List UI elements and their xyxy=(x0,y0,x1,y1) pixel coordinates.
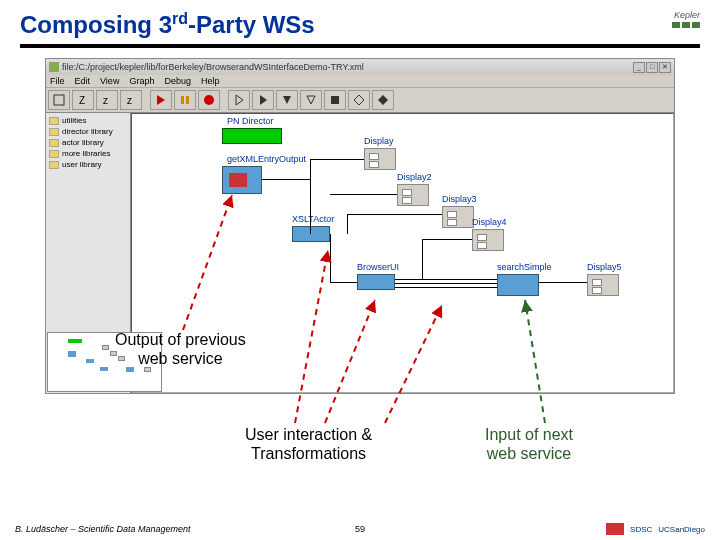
tb-btn-3[interactable] xyxy=(276,90,298,110)
sidebar-label: actor library xyxy=(62,138,104,147)
close-button[interactable]: ✕ xyxy=(659,62,671,73)
getxml-inner-icon xyxy=(229,173,247,187)
sidebar-item-user-library[interactable]: user library xyxy=(48,159,128,170)
menu-file[interactable]: File xyxy=(50,76,65,86)
mini-director xyxy=(68,339,82,343)
toolbar: Z z z xyxy=(46,88,674,113)
menu-debug[interactable]: Debug xyxy=(164,76,191,86)
kepler-logo: Kepler xyxy=(672,10,700,28)
sidebar-item-more-libraries[interactable]: more libraries xyxy=(48,148,128,159)
xslt-label: XSLTActor xyxy=(292,214,334,224)
display5-label: Display5 xyxy=(587,262,622,272)
wire xyxy=(347,214,442,215)
menu-graph[interactable]: Graph xyxy=(129,76,154,86)
tb-btn-4[interactable] xyxy=(300,90,322,110)
mini-actor xyxy=(68,351,76,357)
wire xyxy=(395,287,497,288)
folder-icon xyxy=(49,128,59,136)
tb-btn-6[interactable] xyxy=(348,90,370,110)
pause-button[interactable] xyxy=(174,90,196,110)
svg-rect-12 xyxy=(331,96,339,104)
menu-view[interactable]: View xyxy=(100,76,119,86)
minimize-button[interactable]: _ xyxy=(633,62,645,73)
wire xyxy=(347,214,348,234)
display2-actor[interactable] xyxy=(397,184,429,206)
sidebar-item-utilities[interactable]: utilities xyxy=(48,115,128,126)
maximize-button[interactable]: □ xyxy=(646,62,658,73)
title-super: rd xyxy=(172,10,188,27)
menu-help[interactable]: Help xyxy=(201,76,220,86)
pn-director-actor[interactable] xyxy=(222,128,282,144)
getxml-actor[interactable] xyxy=(222,166,262,194)
footer-author: B. Ludäscher – Scientific Data Managemen… xyxy=(15,524,191,534)
tb-btn-5[interactable] xyxy=(324,90,346,110)
footer-logos: SDSC UCSanDiego xyxy=(606,523,705,535)
display-label: Display xyxy=(364,136,394,146)
folder-icon xyxy=(49,161,59,169)
zoom-reset-button[interactable]: z xyxy=(96,90,118,110)
svg-marker-9 xyxy=(260,95,267,105)
sidebar-label: utilities xyxy=(62,116,86,125)
svg-rect-5 xyxy=(181,96,184,104)
annotation-input-next: Input of next web service xyxy=(485,425,573,463)
zoom-in-button[interactable]: Z xyxy=(72,90,94,110)
title-prefix: Composing 3 xyxy=(20,11,172,38)
wire xyxy=(330,234,331,282)
wire xyxy=(262,179,310,180)
sidebar-label: director library xyxy=(62,127,113,136)
svg-text:z: z xyxy=(103,95,108,106)
slide-footer: B. Ludäscher – Scientific Data Managemen… xyxy=(0,523,720,535)
window-path: file:/C:/project/kepler/lib/forBerkeley/… xyxy=(62,62,364,72)
mini-display xyxy=(102,345,109,350)
stop-button[interactable] xyxy=(198,90,220,110)
tb-btn-2[interactable] xyxy=(252,90,274,110)
mini-actor xyxy=(100,367,108,371)
title-suffix: -Party WSs xyxy=(188,11,315,38)
sidebar-label: more libraries xyxy=(62,149,110,158)
folder-icon xyxy=(49,150,59,158)
display3-actor[interactable] xyxy=(442,206,474,228)
sdsc-label: SDSC xyxy=(630,525,652,534)
svg-text:Z: Z xyxy=(79,95,85,106)
sidebar-item-actor-library[interactable]: actor library xyxy=(48,137,128,148)
menu-edit[interactable]: Edit xyxy=(75,76,91,86)
display-actor[interactable] xyxy=(364,148,396,170)
svg-marker-14 xyxy=(378,95,388,105)
sidebar-label: user library xyxy=(62,160,102,169)
annotation-user-interaction: User interaction & Transformations xyxy=(245,425,372,463)
sidebar-item-director-library[interactable]: director library xyxy=(48,126,128,137)
display4-actor[interactable] xyxy=(472,229,504,251)
svg-point-7 xyxy=(204,95,214,105)
svg-marker-13 xyxy=(354,95,364,105)
annotation-output-prev: Output of previous web service xyxy=(115,330,246,368)
wire xyxy=(310,159,364,160)
svg-marker-8 xyxy=(236,95,243,105)
zoom-full-button[interactable] xyxy=(48,90,70,110)
folder-icon xyxy=(49,117,59,125)
svg-rect-0 xyxy=(54,95,64,105)
search-actor[interactable] xyxy=(497,274,539,296)
xslt-actor[interactable] xyxy=(292,226,330,242)
slide-title: Composing 3rd-Party WSs xyxy=(20,10,315,39)
mini-actor xyxy=(86,359,94,363)
svg-text:z: z xyxy=(127,95,132,106)
svg-marker-4 xyxy=(157,95,165,105)
display5-actor[interactable] xyxy=(587,274,619,296)
browser-actor[interactable] xyxy=(357,274,395,290)
play-button[interactable] xyxy=(150,90,172,110)
wire xyxy=(395,283,497,284)
folder-icon xyxy=(49,139,59,147)
ucsd-label: UCSanDiego xyxy=(658,525,705,534)
wire xyxy=(395,279,497,280)
svg-marker-10 xyxy=(283,96,291,104)
pn-director-label: PN Director xyxy=(227,116,274,126)
search-label: searchSimple xyxy=(497,262,552,272)
tb-btn-7[interactable] xyxy=(372,90,394,110)
tb-btn-1[interactable] xyxy=(228,90,250,110)
zoom-out-button[interactable]: z xyxy=(120,90,142,110)
titlebar: file:/C:/project/kepler/lib/forBerkeley/… xyxy=(46,59,674,75)
svg-marker-11 xyxy=(307,96,315,104)
footer-page-number: 59 xyxy=(355,524,365,534)
display3-label: Display3 xyxy=(442,194,477,204)
wire xyxy=(539,282,587,283)
